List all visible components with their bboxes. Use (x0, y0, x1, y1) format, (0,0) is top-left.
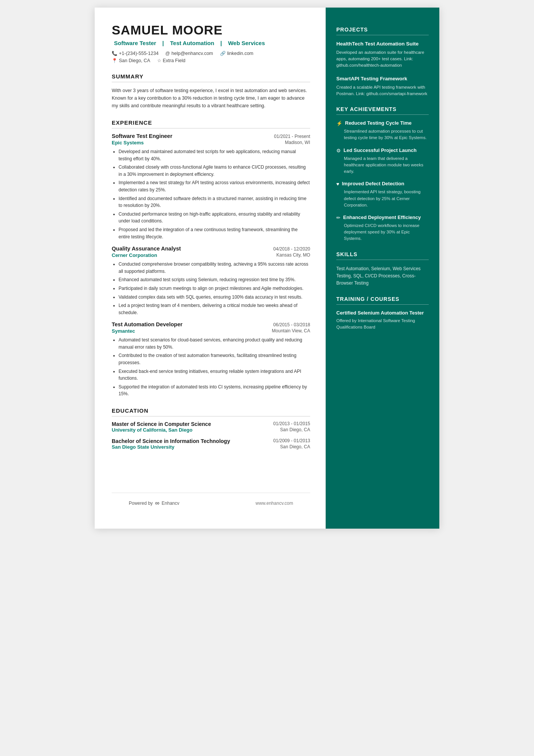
bullet: Conducted comprehensive browser compatib… (119, 261, 310, 275)
achievement-3-desc: Implemented API test strategy, boosting … (336, 189, 429, 208)
link-icon: 🔗 (220, 51, 226, 56)
contact-row-1: 📞 +1-(234)-555-1234 @ help@enhancv.com 🔗… (112, 51, 310, 56)
skills-title: SKILLS (336, 251, 429, 260)
job-3: Test Automation Developer 06/2015 - 03/2… (112, 321, 310, 398)
extra-field-text: Extra Field (163, 58, 186, 63)
job-3-location: Mountain View, CA (272, 328, 310, 334)
project-1-name: HealthTech Test Automation Suite (336, 41, 429, 47)
job-1-bullets: Developed and maintained automated test … (112, 148, 310, 240)
title-sep-2: | (220, 40, 223, 46)
bullet: Executed back-end service testing initia… (119, 368, 310, 382)
job-2: Quality Assurance Analyst 04/2018 - 12/2… (112, 246, 310, 316)
bullet: Identified and documented software defec… (119, 195, 310, 209)
bullet: Enhanced automated test scripts using Se… (119, 276, 310, 283)
achievement-2: ⚙ Led Successful Project Launch Managed … (336, 147, 429, 175)
star-icon: ☆ (157, 58, 161, 63)
edu-1-location: San Diego, CA (280, 427, 310, 433)
job-3-title: Test Automation Developer (112, 321, 183, 327)
job-2-dates: 04/2018 - 12/2020 (273, 246, 310, 252)
experience-section: EXPERIENCE Software Test Engineer 01/202… (112, 119, 310, 398)
job-2-bullets: Conducted comprehensive browser compatib… (112, 261, 310, 316)
edu-2-degree: Bachelor of Science in Information Techn… (112, 438, 230, 444)
job-3-dates: 06/2015 - 03/2018 (273, 322, 310, 327)
left-column: SAMUEL MOORE Software Tester | Test Auto… (95, 8, 326, 529)
achievement-3-icon: ♥ (336, 181, 339, 187)
achievements-section: KEY ACHIEVEMENTS ⚡ Reduced Testing Cycle… (336, 106, 429, 242)
job-1-location: Madison, WI (285, 140, 310, 146)
training-1: Certified Selenium Automation Tester Off… (336, 310, 429, 330)
job-1-title: Software Test Engineer (112, 133, 172, 139)
edu-1-degree: Master of Science in Computer Science (112, 421, 211, 427)
training-section: TRAINING / COURSES Certified Selenium Au… (336, 296, 429, 330)
bullet: Validated complex data sets with SQL que… (119, 294, 310, 301)
brand-logo-icon: ∞ (155, 500, 159, 507)
training-title: TRAINING / COURSES (336, 296, 429, 305)
achievement-1: ⚡ Reduced Testing Cycle Time Streamlined… (336, 120, 429, 141)
job-2-company: Cerner Corporation (112, 252, 157, 258)
experience-title: EXPERIENCE (112, 119, 310, 128)
achievement-2-desc: Managed a team that delivered a healthca… (336, 155, 429, 175)
bullet: Conducted performance testing on high-tr… (119, 211, 310, 225)
project-1-desc: Developed an automation suite for health… (336, 49, 429, 69)
email-text: help@enhancv.com (172, 51, 213, 56)
candidate-name: SAMUEL MOORE (112, 23, 310, 38)
bullet: Implemented a new test strategy for API … (119, 179, 310, 193)
job-1-company: Epic Systems (112, 140, 144, 146)
summary-title: SUMMARY (112, 73, 310, 82)
achievements-title: KEY ACHIEVEMENTS (336, 106, 429, 115)
achievement-4: ✏ Enhanced Deployment Efficiency Optimiz… (336, 214, 429, 242)
job-3-company: Symantec (112, 328, 135, 334)
skills-section: SKILLS Test Automation, Selenium, Web Se… (336, 251, 429, 287)
achievement-1-title: Reduced Testing Cycle Time (345, 120, 412, 127)
resume-header: SAMUEL MOORE Software Tester | Test Auto… (112, 23, 310, 63)
edu-1: Master of Science in Computer Science 01… (112, 421, 310, 433)
bullet: Developed and maintained automated test … (119, 148, 310, 162)
title-part-3: Web Services (228, 40, 265, 46)
title-part-1: Software Tester (114, 40, 156, 46)
achievement-3-title: Improved Defect Detection (342, 181, 404, 187)
candidate-title: Software Tester | Test Automation | Web … (112, 40, 310, 46)
edu-2: Bachelor of Science in Information Techn… (112, 438, 310, 450)
achievement-4-icon: ✏ (336, 215, 340, 221)
right-column: PROJECTS HealthTech Test Automation Suit… (326, 8, 439, 529)
email-icon: @ (166, 51, 170, 56)
achievement-1-icon: ⚡ (336, 121, 342, 126)
phone-contact: 📞 +1-(234)-555-1234 (112, 51, 159, 56)
project-1: HealthTech Test Automation Suite Develop… (336, 41, 429, 69)
education-title: EDUCATION (112, 407, 310, 416)
job-2-location: Kansas City, MO (276, 252, 310, 258)
edu-1-school: University of California, San Diego (112, 427, 192, 433)
contact-row-2: 📍 San Diego, CA ☆ Extra Field (112, 58, 310, 63)
edu-2-dates: 01/2009 - 01/2013 (273, 438, 310, 444)
brand-name: Enhancv (162, 501, 180, 506)
summary-text: With over 3 years of software testing ex… (112, 87, 310, 110)
education-section: EDUCATION Master of Science in Computer … (112, 407, 310, 450)
project-2: SmartAPI Testing Framework Created a sca… (336, 75, 429, 97)
job-1: Software Test Engineer 01/2021 - Present… (112, 133, 310, 240)
bullet: Collaborated closely with cross-function… (119, 164, 310, 178)
bullet: Contributed to the creation of test auto… (119, 352, 310, 366)
project-2-desc: Created a scalable API testing framework… (336, 84, 429, 97)
footer-brand: Powered by ∞ Enhancv (129, 500, 179, 507)
job-1-dates: 01/2021 - Present (274, 134, 310, 139)
powered-by-text: Powered by (129, 501, 153, 506)
summary-section: SUMMARY With over 3 years of software te… (112, 73, 310, 110)
achievement-2-title: Led Successful Project Launch (344, 147, 417, 154)
phone-icon: 📞 (112, 51, 117, 56)
achievement-1-desc: Streamlined automation processes to cut … (336, 128, 429, 141)
training-1-name: Certified Selenium Automation Tester (336, 310, 429, 316)
bullet: Supported the integration of automated t… (119, 383, 310, 398)
location-icon: 📍 (112, 58, 117, 63)
training-1-desc: Offered by International Software Testin… (336, 318, 429, 331)
edu-2-school: San Diego State University (112, 444, 174, 450)
job-3-bullets: Automated test scenarios for cloud-based… (112, 337, 310, 398)
skills-text: Test Automation, Selenium, Web Services … (336, 265, 429, 287)
achievement-4-title: Enhanced Deployment Efficiency (343, 214, 421, 221)
bullet: Automated test scenarios for cloud-based… (119, 337, 310, 351)
title-sep-1: | (162, 40, 166, 46)
title-part-2: Test Automation (170, 40, 214, 46)
location-text: San Diego, CA (119, 58, 150, 63)
achievement-2-icon: ⚙ (336, 148, 341, 153)
email-contact: @ help@enhancv.com (166, 51, 213, 56)
footer-website: www.enhancv.com (256, 501, 293, 506)
